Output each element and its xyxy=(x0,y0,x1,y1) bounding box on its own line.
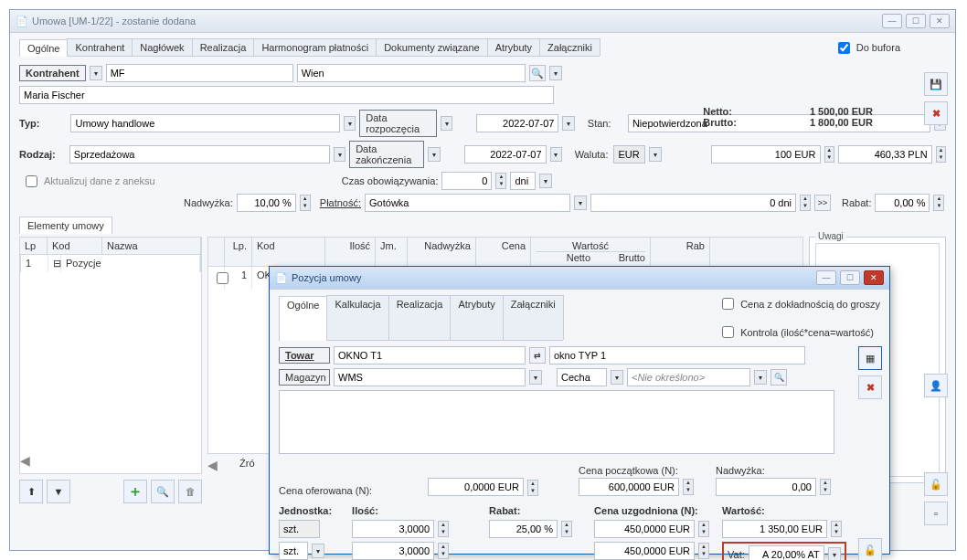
typ-dd[interactable]: ▾ xyxy=(344,116,356,131)
vat-dd[interactable]: ▾ xyxy=(828,547,841,560)
dlg-tab-realizacja[interactable]: Realizacja xyxy=(388,295,452,340)
data-rozp-button[interactable]: Data rozpoczęcia xyxy=(359,110,437,137)
nadwyzka-input[interactable] xyxy=(237,194,296,212)
cancel-icon[interactable]: ✖ xyxy=(924,101,948,125)
cena-poczatkowa-spinner[interactable]: ▲▼ xyxy=(683,479,694,495)
ilosc-spinner[interactable]: ▲▼ xyxy=(438,521,449,537)
data-zak-cal[interactable]: ▾ xyxy=(550,147,562,162)
dlg-nadwyzka-spinner[interactable]: ▲▼ xyxy=(820,479,831,495)
kontrahent-code-input[interactable] xyxy=(106,64,293,82)
aktualizuj-checkbox[interactable]: Aktualizuj dane z aneksu xyxy=(22,173,155,190)
cena-uzg-input[interactable] xyxy=(594,520,695,538)
export-button[interactable]: ⬆ xyxy=(19,480,43,503)
dlg-tab-atrybuty[interactable]: Atrybuty xyxy=(450,295,503,340)
ilosc-input[interactable] xyxy=(352,520,434,538)
typ-input[interactable] xyxy=(70,114,339,132)
dlg-minimize-button[interactable]: — xyxy=(816,270,836,285)
do-bufora-checkbox[interactable]: Do bufora xyxy=(834,39,900,57)
tab-ogolne[interactable]: Ogólne xyxy=(19,39,68,57)
dlg-textarea[interactable] xyxy=(279,390,834,454)
cena-uzg-spinner[interactable]: ▲▼ xyxy=(698,521,709,537)
ilosc-spinner2[interactable]: ▲▼ xyxy=(438,543,449,559)
dlg-tab-zalaczniki[interactable]: Załączniki xyxy=(503,295,564,340)
tree-body[interactable]: 1 ⊟ Pozycje ◀ xyxy=(19,255,202,474)
tab-dokumenty[interactable]: Dokumenty związane xyxy=(376,38,488,56)
tab-atrybuty[interactable]: Atrybuty xyxy=(487,38,540,56)
czas-input[interactable] xyxy=(441,172,492,190)
aktualizuj-input[interactable] xyxy=(26,175,37,187)
ilosc-input2[interactable] xyxy=(352,542,434,560)
towar-button[interactable]: Towar xyxy=(279,347,330,364)
magazyn-button[interactable]: Magazyn xyxy=(279,369,330,386)
minimize-button[interactable]: — xyxy=(882,14,902,28)
data-rozp-input[interactable] xyxy=(476,114,558,132)
user-icon[interactable]: 👤 xyxy=(924,374,948,397)
magazyn-dd[interactable]: ▾ xyxy=(529,370,542,385)
czas-unit-dd[interactable]: ▾ xyxy=(539,174,552,188)
waluta-pln-input[interactable] xyxy=(838,145,932,164)
towar-link-icon[interactable]: ⇄ xyxy=(529,347,546,364)
cena-uzg-input2[interactable] xyxy=(594,542,695,560)
czas-spinner[interactable]: ▲▼ xyxy=(495,173,506,189)
dlg-maximize-button[interactable]: ☐ xyxy=(840,270,860,285)
platnosc-label[interactable]: Płatność: xyxy=(320,197,361,208)
vat-input[interactable] xyxy=(749,545,824,560)
cecha-search-icon[interactable]: 🔍 xyxy=(770,369,787,386)
kontrahent-name-input[interactable] xyxy=(19,86,554,104)
tab-zalaczniki[interactable]: Załączniki xyxy=(539,38,600,56)
kontrahent-dropdown[interactable]: ▾ xyxy=(90,66,102,80)
platnosc-dd[interactable]: ▾ xyxy=(574,195,587,210)
save-icon[interactable]: 💾 xyxy=(924,72,948,96)
maximize-button[interactable]: ☐ xyxy=(906,14,926,28)
search-button[interactable]: 🔍 xyxy=(151,480,175,503)
dlg-rabat-input[interactable] xyxy=(489,520,558,538)
dlg-grid-icon[interactable]: ▦ xyxy=(858,346,882,370)
jednostka-input2[interactable] xyxy=(279,542,308,560)
waluta-rate-spinner[interactable]: ▲▼ xyxy=(824,146,834,163)
cecha-val-input[interactable] xyxy=(627,368,750,386)
platnosc-arrows-button[interactable]: >> xyxy=(814,195,831,211)
cena-uzg-spinner2[interactable]: ▲▼ xyxy=(698,543,709,559)
platnosc-dni-spinner[interactable]: ▲▼ xyxy=(800,195,811,211)
dlg-delete-icon[interactable]: ✖ xyxy=(858,375,882,399)
kontrola-checkbox[interactable]: Kontrola (ilość*cena=wartość) xyxy=(718,323,880,341)
data-rozp-cal[interactable]: ▾ xyxy=(562,116,574,131)
cena-oferowana-spinner[interactable]: ▲▼ xyxy=(527,480,538,496)
wartosc-input[interactable] xyxy=(722,520,827,538)
tab-harmonogram[interactable]: Harmonogram płatności xyxy=(253,38,377,56)
rabat-input[interactable] xyxy=(875,194,930,212)
jednostka-dd[interactable]: ▾ xyxy=(312,544,324,558)
data-rozp-dd[interactable]: ▾ xyxy=(441,116,452,131)
data-zak-dd[interactable]: ▾ xyxy=(428,147,440,162)
data-zak-button[interactable]: Data zakończenia xyxy=(349,141,424,168)
cecha-label-input[interactable] xyxy=(557,368,607,386)
platnosc-dni-input[interactable] xyxy=(590,194,796,212)
czas-unit-input[interactable] xyxy=(510,172,536,190)
platnosc-input[interactable] xyxy=(365,194,570,212)
data-zak-input[interactable] xyxy=(464,145,547,164)
elementy-tab[interactable]: Elementy umowy xyxy=(19,217,112,234)
cena-oferowana-input[interactable] xyxy=(428,478,524,496)
filter-button[interactable]: ▼ xyxy=(47,480,70,503)
nadwyzka-spinner[interactable]: ▲▼ xyxy=(300,195,311,211)
cecha-val-dd[interactable]: ▾ xyxy=(754,370,767,385)
dlg-tab-kalkulacja[interactable]: Kalkulacja xyxy=(326,295,388,340)
towar-desc-input[interactable] xyxy=(549,346,805,365)
close-button[interactable]: ✕ xyxy=(930,14,950,28)
towar-input[interactable] xyxy=(334,346,526,365)
rodzaj-dd[interactable]: ▾ xyxy=(334,147,345,162)
tag-icon[interactable]: ▫ xyxy=(924,502,948,525)
waluta-dd[interactable]: ▾ xyxy=(649,147,661,162)
kontrahent-search-dd[interactable]: ▾ xyxy=(549,66,562,80)
dlg-nadwyzka-input[interactable] xyxy=(716,478,816,496)
tab-realizacja[interactable]: Realizacja xyxy=(192,38,255,56)
search-icon[interactable]: 🔍 xyxy=(529,65,546,81)
dlg-lock-icon[interactable]: 🔓 xyxy=(858,538,882,560)
tab-naglowek[interactable]: Nagłówek xyxy=(132,38,192,56)
table-scroll-left[interactable]: ◀ xyxy=(207,458,218,472)
waluta-rate-input[interactable] xyxy=(711,145,821,164)
cena-poczatkowa-input[interactable] xyxy=(579,478,679,496)
tab-kontrahent[interactable]: Kontrahent xyxy=(67,38,133,56)
cecha-dd[interactable]: ▾ xyxy=(611,370,623,385)
cena-groszy-checkbox[interactable]: Cena z dokładnością do groszy xyxy=(718,295,880,312)
